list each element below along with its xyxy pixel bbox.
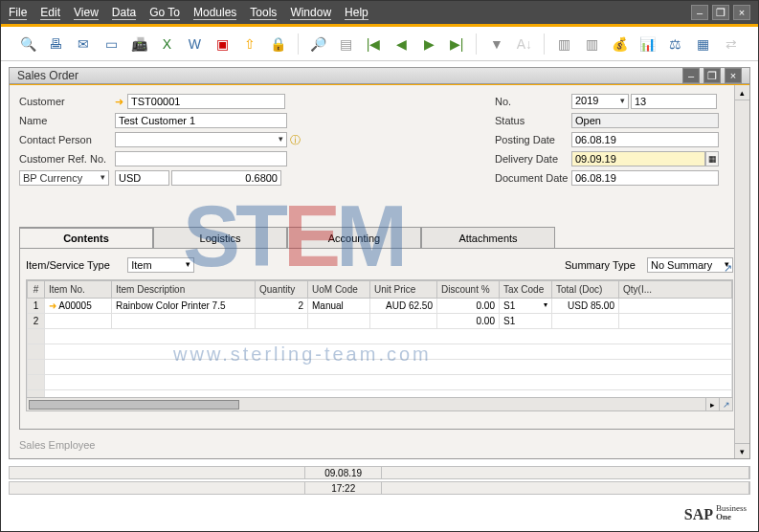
scroll-right-icon[interactable]: ▸ [705,398,719,411]
win-restore-icon[interactable]: ❐ [703,68,721,83]
customer-drill-icon[interactable]: ➜ [115,96,123,108]
layout-icon[interactable]: ▦ [693,33,713,55]
filter-icon[interactable]: ▼ [486,33,506,55]
find-icon[interactable]: 🔎 [308,33,328,55]
tab-attachments[interactable]: Attachments [421,227,555,248]
trans-icon[interactable]: ⇄ [721,33,741,55]
row2-num[interactable]: 2 [28,314,45,329]
last-record-icon[interactable]: ▶| [446,33,466,55]
row1-desc[interactable]: Rainbow Color Printer 7.5 [112,299,256,314]
prev-record-icon[interactable]: ◀ [391,33,412,55]
menu-goto[interactable]: Go To [149,6,180,20]
row1-price[interactable]: AUD 62.50 [370,299,437,314]
ref-input[interactable] [115,151,287,166]
menu-edit[interactable]: Edit [40,6,60,20]
exchange-rate-input[interactable] [171,170,281,186]
col-total[interactable]: Total (Doc) [552,281,619,299]
item-type-select[interactable]: Item [127,257,194,273]
contact-select[interactable] [115,132,287,147]
row2-qtyinv[interactable] [619,314,732,329]
row2-item[interactable] [45,314,112,329]
sms-icon[interactable]: ▭ [101,33,122,55]
app-close-icon[interactable]: × [733,5,750,20]
currency-label-select[interactable]: BP Currency [19,170,109,186]
row2-disc[interactable]: 0.00 [437,314,500,329]
no-input[interactable] [631,94,717,109]
app-restore-icon[interactable]: ❐ [712,5,729,20]
row2-qty[interactable] [256,314,308,329]
print-icon[interactable]: 🖶 [46,33,66,55]
row1-item[interactable]: ➜ A00005 [45,299,112,314]
form-vscroll[interactable]: ▴ ▾ [734,85,749,458]
col-item-no[interactable]: Item No. [45,281,112,299]
menu-tools[interactable]: Tools [250,6,277,20]
payment-icon[interactable]: 💰 [610,33,630,55]
tab-logistics[interactable]: Logistics [153,227,287,248]
scroll-down-icon[interactable]: ▾ [735,443,749,458]
doc-input[interactable] [571,170,719,186]
calendar-icon[interactable]: ▦ [705,151,719,166]
target-doc-icon[interactable]: ▥ [582,33,602,55]
sort-icon[interactable]: A↓ [514,33,534,55]
menu-file[interactable]: File [9,6,27,20]
row2-total[interactable] [552,314,619,329]
col-desc[interactable]: Item Description [112,281,256,299]
row1-qtyinv[interactable] [619,299,732,314]
tab-accounting[interactable]: Accounting [287,227,421,248]
summary-type-select[interactable]: No Summary [647,257,733,273]
col-price[interactable]: Unit Price [370,281,437,299]
posting-input[interactable] [571,132,719,147]
app-minimize-icon[interactable]: – [691,5,708,20]
win-close-icon[interactable]: × [725,68,742,83]
fax-icon[interactable]: 📠 [129,33,149,55]
grid-row[interactable]: 1 ➜ A00005 Rainbow Color Printer 7.5 2 M… [28,299,732,314]
form-icon[interactable]: ▤ [336,33,356,55]
email-icon[interactable]: ✉ [74,33,94,55]
launch-icon[interactable]: ⇧ [240,33,260,55]
row1-num[interactable]: 1 [28,299,45,314]
grid-hscroll[interactable]: ▸ ↗ [27,397,732,410]
row1-uom[interactable]: Manual [308,299,370,314]
menu-modules[interactable]: Modules [193,6,236,20]
menu-help[interactable]: Help [345,6,368,20]
first-record-icon[interactable]: |◀ [364,33,384,55]
menu-window[interactable]: Window [290,6,331,20]
word-icon[interactable]: W [185,33,205,55]
menu-view[interactable]: View [74,6,99,20]
row1-disc[interactable]: 0.00 [437,299,500,314]
pdf-icon[interactable]: ▣ [212,33,233,55]
preview-icon[interactable]: 🔍 [18,33,38,55]
row2-desc[interactable] [112,314,256,329]
items-grid[interactable]: # Item No. Item Description Quantity UoM… [26,279,733,411]
row1-total[interactable]: USD 85.00 [552,299,619,314]
row1-tax[interactable]: S1 ▾ [500,299,552,314]
row2-uom[interactable] [308,314,370,329]
grid-expand-icon[interactable]: ↗ [724,262,732,275]
row2-price[interactable] [370,314,437,329]
col-disc[interactable]: Discount % [437,281,500,299]
menu-data[interactable]: Data [112,6,136,20]
base-doc-icon[interactable]: ▥ [554,33,574,55]
row2-tax[interactable]: S1 [500,314,552,329]
contact-info-icon[interactable]: ⓘ [290,133,301,147]
customer-input[interactable] [127,94,285,109]
volume-icon[interactable]: ⚖ [665,33,685,55]
lock-icon[interactable]: 🔒 [268,33,288,55]
excel-icon[interactable]: X [157,33,177,55]
grid-row[interactable]: 2 0.00 S1 [28,314,732,329]
col-uom[interactable]: UoM Code [308,281,370,299]
delivery-input[interactable] [571,151,705,166]
win-minimize-icon[interactable]: – [682,68,700,83]
gross-profit-icon[interactable]: 📊 [637,33,658,55]
tab-contents[interactable]: Contents [19,227,153,248]
no-series-select[interactable]: 2019 [571,94,629,109]
scroll-up-icon[interactable]: ▴ [735,85,749,100]
col-num[interactable]: # [28,281,45,299]
row1-qty[interactable]: 2 [256,299,308,314]
col-qty-inv[interactable]: Qty(I... [619,281,732,299]
name-input[interactable] [115,113,287,128]
next-record-icon[interactable]: ▶ [419,33,439,55]
col-tax[interactable]: Tax Code [500,281,552,299]
scroll-thumb[interactable] [29,400,239,410]
col-qty[interactable]: Quantity [256,281,308,299]
